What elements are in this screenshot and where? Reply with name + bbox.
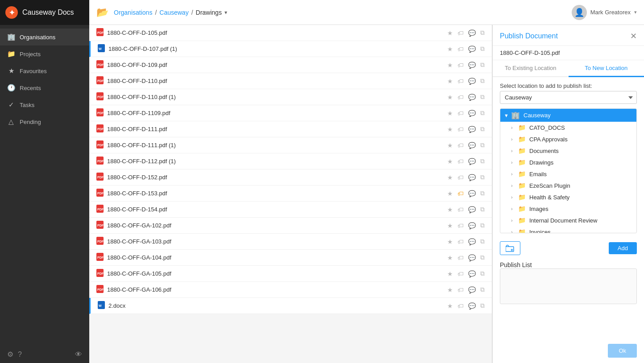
file-name[interactable]: 1880-C-OFF-GA-105.pdf [107, 270, 444, 277]
tag-icon[interactable]: 🏷 [457, 190, 464, 197]
star-icon[interactable]: ★ [447, 94, 453, 101]
star-icon[interactable]: ★ [447, 45, 453, 53]
comment-icon[interactable]: 💬 [468, 206, 476, 213]
file-name[interactable]: 1880-C-OFF-D-107.pdf (1) [108, 45, 444, 52]
sidebar-item-recents[interactable]: 🕐 Recents [0, 79, 89, 96]
tree-child-item[interactable]: ›📁EzeScan Plugin [500, 180, 636, 191]
settings-icon[interactable]: ⚙ [7, 350, 13, 359]
tag-icon[interactable]: 🏷 [457, 206, 464, 213]
tab-new-location[interactable]: To New Location [569, 60, 644, 77]
comment-icon[interactable]: 💬 [468, 45, 476, 53]
copy-icon[interactable]: ⧉ [480, 93, 485, 101]
copy-icon[interactable]: ⧉ [480, 157, 485, 165]
tag-icon[interactable]: 🏷 [457, 126, 464, 133]
file-name[interactable]: 1880-C-OFF-D-111.pdf [107, 126, 444, 132]
file-name[interactable]: 1880-C-OFF-D-1109.pdf [107, 110, 444, 116]
tree-child-item[interactable]: ›📁Internal Document Review [500, 214, 636, 226]
comment-icon[interactable]: 💬 [468, 254, 476, 261]
help-icon[interactable]: ? [18, 351, 22, 359]
user-dropdown-icon[interactable]: ▾ [634, 9, 637, 15]
star-icon[interactable]: ★ [447, 190, 453, 197]
tree-root-item[interactable]: ▼🏢Causeway [500, 109, 636, 122]
comment-icon[interactable]: 💬 [468, 158, 476, 165]
copy-icon[interactable]: ⧉ [480, 173, 485, 181]
file-name[interactable]: 1880-C-OFF-D-110.pdf [107, 78, 444, 84]
file-name[interactable]: 1880-C-OFF-D-109.pdf [107, 62, 444, 68]
comment-icon[interactable]: 💬 [468, 174, 476, 181]
comment-icon[interactable]: 💬 [468, 110, 476, 117]
copy-icon[interactable]: ⧉ [480, 141, 485, 149]
comment-icon[interactable]: 💬 [468, 94, 476, 101]
tree-child-item[interactable]: ›📁CPA Approvals [500, 133, 636, 145]
file-name[interactable]: 1880-C-OFF-D-111.pdf (1) [107, 142, 444, 148]
file-name[interactable]: 1880-C-OFF-GA-102.pdf [107, 222, 444, 229]
tag-icon[interactable]: 🏷 [457, 222, 464, 229]
tab-existing-location[interactable]: To Existing Location [493, 60, 569, 76]
tag-icon[interactable]: 🏷 [457, 158, 464, 165]
tag-icon[interactable]: 🏷 [457, 238, 464, 245]
ok-button[interactable]: Ok [608, 344, 637, 358]
tag-icon[interactable]: 🏷 [457, 286, 464, 293]
sidebar-item-favourites[interactable]: ★ Favourites [0, 62, 89, 79]
star-icon[interactable]: ★ [447, 286, 453, 293]
star-icon[interactable]: ★ [447, 78, 453, 85]
file-name[interactable]: 1880-C-OFF-D-110.pdf (1) [107, 94, 444, 100]
tag-icon[interactable]: 🏷 [457, 142, 464, 149]
tag-icon[interactable]: 🏷 [457, 174, 464, 181]
comment-icon[interactable]: 💬 [468, 142, 476, 149]
breadcrumb-dropdown-icon[interactable]: ▾ [224, 9, 227, 16]
tree-child-item[interactable]: ›📁Invoices [500, 226, 636, 233]
sidebar-item-pending[interactable]: △ Pending [0, 113, 89, 130]
file-name[interactable]: 2.docx [108, 302, 444, 309]
user-name[interactable]: Mark Greatorex [590, 9, 631, 16]
sidebar-item-organisations[interactable]: 🏢 Organisations [0, 29, 89, 45]
tree-child-item[interactable]: ›📁Documents [500, 145, 636, 157]
star-icon[interactable]: ★ [447, 110, 453, 117]
star-icon[interactable]: ★ [447, 29, 453, 37]
tag-icon[interactable]: 🏷 [457, 254, 464, 261]
tag-icon[interactable]: 🏷 [457, 29, 464, 37]
file-name[interactable]: 1880-C-OFF-GA-104.pdf [107, 254, 444, 261]
tree-child-item[interactable]: ›📁CATO_DOCS [500, 122, 636, 133]
file-name[interactable]: 1880-C-OFF-D-152.pdf [107, 174, 444, 181]
tag-icon[interactable]: 🏷 [457, 302, 464, 309]
comment-icon[interactable]: 💬 [468, 302, 476, 309]
copy-icon[interactable]: ⧉ [480, 45, 485, 53]
copy-icon[interactable]: ⧉ [480, 302, 485, 309]
copy-icon[interactable]: ⧉ [480, 109, 485, 117]
copy-icon[interactable]: ⧉ [480, 77, 485, 85]
star-icon[interactable]: ★ [447, 302, 453, 309]
breadcrumb-organisations[interactable]: Organisations [114, 9, 152, 16]
tag-icon[interactable]: 🏷 [457, 94, 464, 101]
comment-icon[interactable]: 💬 [468, 270, 476, 277]
star-icon[interactable]: ★ [447, 174, 453, 181]
comment-icon[interactable]: 💬 [468, 29, 476, 37]
star-icon[interactable]: ★ [447, 238, 453, 245]
copy-icon[interactable]: ⧉ [480, 125, 485, 133]
sidebar-item-projects[interactable]: 📁 Projects [0, 45, 89, 62]
comment-icon[interactable]: 💬 [468, 286, 476, 293]
copy-icon[interactable]: ⧉ [480, 254, 485, 261]
star-icon[interactable]: ★ [447, 254, 453, 261]
star-icon[interactable]: ★ [447, 158, 453, 165]
file-name[interactable]: 1880-C-OFF-GA-103.pdf [107, 238, 444, 245]
copy-icon[interactable]: ⧉ [480, 206, 485, 213]
location-dropdown[interactable]: Causeway [500, 91, 637, 104]
add-button[interactable]: Add [609, 242, 637, 254]
tag-icon[interactable]: 🏷 [457, 78, 464, 85]
close-button[interactable]: ✕ [630, 31, 637, 41]
comment-icon[interactable]: 💬 [468, 62, 476, 69]
star-icon[interactable]: ★ [447, 206, 453, 213]
copy-icon[interactable]: ⧉ [480, 286, 485, 293]
file-name[interactable]: 1880-C-OFF-D-112.pdf (1) [107, 158, 444, 165]
copy-icon[interactable]: ⧉ [480, 61, 485, 69]
tag-icon[interactable]: 🏷 [457, 62, 464, 69]
file-name[interactable]: 1880-C-OFF-D-105.pdf [107, 29, 444, 36]
visibility-icon[interactable]: 👁 [75, 351, 82, 359]
copy-icon[interactable]: ⧉ [480, 190, 485, 197]
copy-icon[interactable]: ⧉ [480, 222, 485, 229]
file-name[interactable]: 1880-C-OFF-GA-106.pdf [107, 286, 444, 293]
tree-child-item[interactable]: ›📁Images [500, 203, 636, 214]
comment-icon[interactable]: 💬 [468, 238, 476, 245]
star-icon[interactable]: ★ [447, 142, 453, 149]
